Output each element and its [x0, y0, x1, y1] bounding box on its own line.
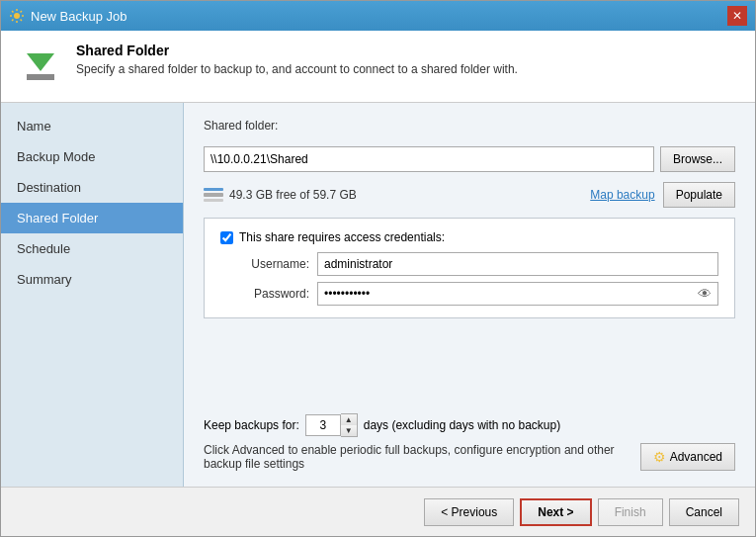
- show-password-icon[interactable]: 👁: [695, 284, 714, 304]
- disk-size-text: 49.3 GB free of 59.7 GB: [229, 188, 357, 202]
- shared-folder-row: Browse...: [204, 146, 735, 172]
- keep-backups-prefix: Keep backups for:: [204, 418, 299, 432]
- sidebar-item-destination[interactable]: Destination: [1, 172, 183, 203]
- credentials-checkbox-label: This share requires access credentials:: [239, 230, 445, 244]
- sidebar-item-shared-folder[interactable]: Shared Folder: [1, 203, 183, 233]
- window: New Backup Job ✕ Shared Folder Specify a…: [0, 0, 756, 537]
- disk-bar-blue: [204, 188, 223, 191]
- password-label: Password:: [240, 287, 309, 301]
- disk-bar-light: [204, 199, 223, 202]
- disk-bar-gray: [204, 193, 223, 196]
- spinner-down-button[interactable]: ▼: [341, 425, 357, 436]
- advanced-row: Click Advanced to enable periodic full b…: [204, 443, 735, 471]
- shared-folder-label: Shared folder:: [204, 119, 735, 133]
- arrow-icon: [27, 53, 54, 71]
- main: Name Backup Mode Destination Shared Fold…: [1, 103, 755, 487]
- title-bar-left: New Backup Job: [9, 8, 127, 24]
- username-input[interactable]: [317, 252, 718, 276]
- disk-info-row: 49.3 GB free of 59.7 GB Map backup Popul…: [204, 182, 735, 208]
- credentials-fields: Username: Password: 👁: [220, 252, 718, 306]
- spinner-up-button[interactable]: ▲: [341, 414, 357, 425]
- disk-icon: [204, 188, 223, 202]
- sidebar-item-schedule[interactable]: Schedule: [1, 233, 183, 264]
- advanced-text: Click Advanced to enable periodic full b…: [204, 443, 632, 471]
- keep-backups-section: Keep backups for: ▲ ▼ days (excluding da…: [204, 413, 735, 471]
- spacer: [204, 328, 735, 403]
- credentials-section: This share requires access credentials: …: [204, 218, 735, 318]
- keep-days-input[interactable]: [305, 414, 341, 436]
- advanced-button-label: Advanced: [670, 450, 722, 464]
- username-label: Username:: [240, 257, 309, 271]
- sidebar-item-name[interactable]: Name: [1, 111, 183, 141]
- previous-button[interactable]: < Previous: [424, 498, 514, 526]
- folder-bar-icon: [27, 74, 54, 80]
- password-wrapper: 👁: [317, 282, 718, 306]
- shared-folder-icon: [17, 43, 64, 90]
- title-bar: New Backup Job ✕: [1, 1, 755, 31]
- header-text: Shared Folder Specify a shared folder to…: [76, 43, 739, 76]
- spinner-buttons: ▲ ▼: [341, 413, 358, 437]
- next-button[interactable]: Next >: [520, 498, 591, 526]
- sidebar: Name Backup Mode Destination Shared Fold…: [1, 103, 184, 487]
- username-row: Username:: [240, 252, 718, 276]
- keep-backups-row: Keep backups for: ▲ ▼ days (excluding da…: [204, 413, 735, 437]
- cancel-button[interactable]: Cancel: [669, 498, 739, 526]
- svg-point-0: [14, 13, 20, 19]
- title-bar-title: New Backup Job: [31, 9, 127, 24]
- header: Shared Folder Specify a shared folder to…: [1, 31, 755, 103]
- password-row: Password: 👁: [240, 282, 718, 306]
- sidebar-item-backup-mode[interactable]: Backup Mode: [1, 141, 183, 172]
- map-backup-link[interactable]: Map backup: [590, 188, 654, 202]
- disk-info-left: 49.3 GB free of 59.7 GB: [204, 188, 357, 202]
- spinner-wrapper: ▲ ▼: [305, 413, 358, 437]
- credentials-checkbox-row: This share requires access credentials:: [220, 230, 718, 244]
- credentials-checkbox[interactable]: [220, 231, 233, 244]
- browse-button[interactable]: Browse...: [660, 146, 735, 172]
- populate-button[interactable]: Populate: [663, 182, 735, 208]
- gear-icon: [9, 8, 25, 24]
- finish-button[interactable]: Finish: [598, 498, 663, 526]
- advanced-button[interactable]: ⚙ Advanced: [640, 443, 735, 471]
- header-title: Shared Folder: [76, 43, 739, 58]
- close-button[interactable]: ✕: [727, 6, 747, 26]
- shared-folder-input[interactable]: [204, 146, 654, 172]
- disk-info-right: Map backup Populate: [590, 182, 735, 208]
- header-subtitle: Specify a shared folder to backup to, an…: [76, 62, 739, 76]
- sidebar-item-summary[interactable]: Summary: [1, 264, 183, 295]
- content: Shared folder: Browse... 49.3 GB free of…: [184, 103, 755, 487]
- keep-backups-suffix: days (excluding days with no backup): [364, 418, 560, 432]
- password-input[interactable]: [317, 282, 718, 306]
- footer: < Previous Next > Finish Cancel: [1, 487, 755, 536]
- advanced-gear-icon: ⚙: [653, 449, 666, 465]
